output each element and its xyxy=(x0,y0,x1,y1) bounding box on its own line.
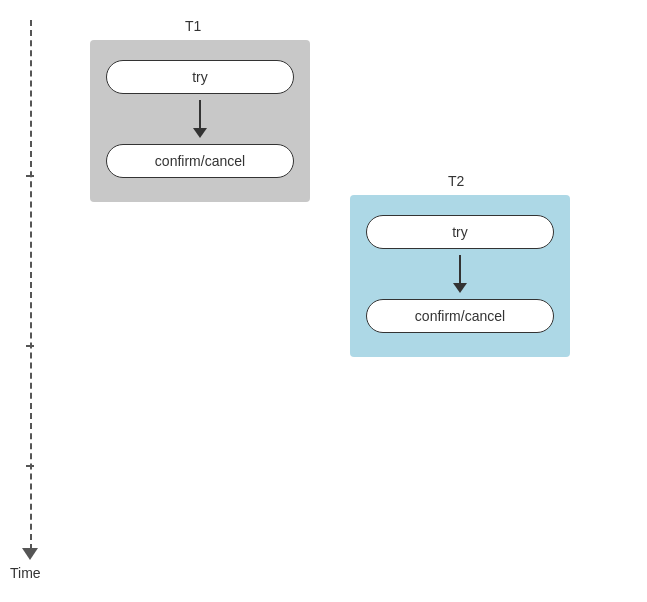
t2-confirm-cancel-box: confirm/cancel xyxy=(366,299,554,333)
t2-arrow xyxy=(366,255,554,293)
t1-transaction: try confirm/cancel xyxy=(90,40,310,202)
tick-3 xyxy=(26,465,34,467)
tick-1 xyxy=(26,175,34,177)
t2-transaction: try confirm/cancel xyxy=(350,195,570,357)
t2-arrow-head xyxy=(453,283,467,293)
t1-try-box: try xyxy=(106,60,294,94)
diagram: Time T1 try confirm/cancel T2 try confir… xyxy=(0,0,647,602)
t2-try-box: try xyxy=(366,215,554,249)
t1-arrow xyxy=(106,100,294,138)
time-label: Time xyxy=(10,565,41,581)
t1-arrow-line xyxy=(199,100,201,128)
time-arrow-head xyxy=(22,548,38,560)
t1-confirm-cancel-box: confirm/cancel xyxy=(106,144,294,178)
t1-label: T1 xyxy=(185,18,201,34)
time-axis xyxy=(30,20,32,550)
t2-label: T2 xyxy=(448,173,464,189)
tick-2 xyxy=(26,345,34,347)
t1-arrow-head xyxy=(193,128,207,138)
t2-arrow-line xyxy=(459,255,461,283)
